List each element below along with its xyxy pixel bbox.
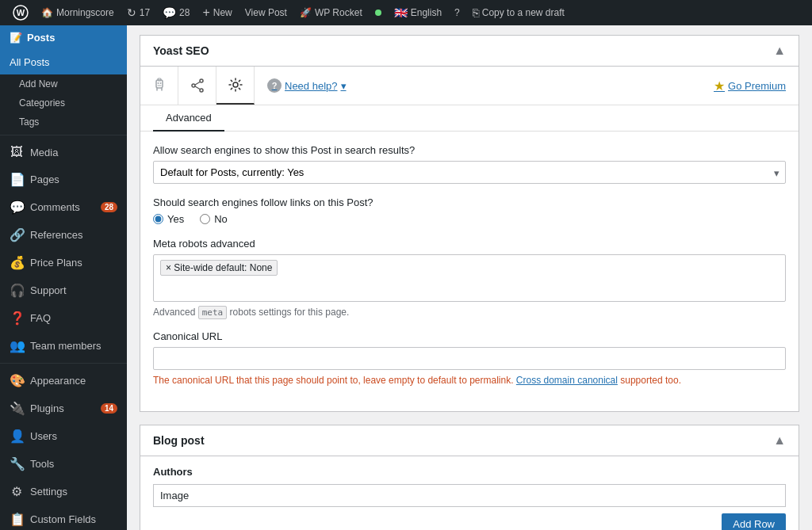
blog-post-title: Blog post [153,434,205,447]
references-icon: 🔗 [10,227,24,242]
site-name[interactable]: 🏠 Morningscore [35,0,121,25]
wp-logo-button[interactable]: W [6,0,35,25]
comments-icon: 💬 [10,200,24,215]
new-button[interactable]: + New [196,0,238,25]
star-icon: ★ [714,78,725,93]
add-row-button[interactable]: Add Row [722,513,786,530]
green-status [369,0,388,25]
chevron-down-icon: ▾ [341,80,347,92]
price-plans-icon: 💰 [10,255,24,270]
sidebar-item-plugins[interactable]: 🔌 Plugins 14 [0,395,127,422]
language-button[interactable]: 🇬🇧 English [388,0,448,25]
yoast-seo-title: Yoast SEO [153,44,209,57]
svg-point-8 [200,89,203,92]
search-visibility-select-wrap: Default for Posts, currently: Yes Yes No… [153,161,786,184]
authors-table: Image [153,484,786,507]
users-icon: 👤 [10,429,24,444]
follow-links-radio-group: Yes No [153,213,786,225]
plus-icon: + [202,6,209,20]
sidebar-item-comments[interactable]: 💬 Comments 28 [0,193,127,221]
tools-icon: 🔧 [10,456,24,471]
comments-badge: 28 [101,202,117,212]
blog-post-collapse-button[interactable]: ▲ [773,433,786,448]
support-icon: 🎧 [10,283,24,298]
plugins-badge: 14 [101,403,117,414]
sidebar-item-media[interactable]: 🖼 Media [0,139,127,166]
site-icon: 🏠 [41,7,53,18]
comments-button[interactable]: 💬 28 [156,0,196,25]
posts-icon: 📝 [10,32,22,44]
meta-robots-field: Meta robots advanced × Site-wide default… [153,238,786,318]
sidebar-item-references[interactable]: 🔗 References [0,221,127,249]
yoast-seo-header: Yoast SEO ▲ [140,36,799,67]
menu-separator-2 [0,363,127,364]
admin-bar: W 🏠 Morningscore ↻ 17 💬 28 + New View Po… [0,0,812,25]
yoast-collapse-button[interactable]: ▲ [773,44,786,58]
sidebar-item-tools[interactable]: 🔧 Tools [0,450,127,478]
rocket-icon: 🚀 [300,7,312,18]
yoast-social-tab-icon[interactable] [178,67,216,105]
yoast-advanced-tab-icon[interactable] [216,67,255,105]
blog-post-panel: Blog post ▲ Authors Image Add Row [140,425,799,530]
meta-robots-help-text: Advanced meta robots settings for this p… [153,307,786,318]
sidebar-item-price-plans[interactable]: 💰 Price Plans [0,249,127,276]
follow-links-no-radio[interactable] [200,214,210,224]
meta-robots-label: Meta robots advanced [153,238,786,250]
table-row: Image [154,485,786,507]
blog-post-header: Blog post ▲ [140,425,799,456]
yoast-seo-tab-icon[interactable] [140,67,178,105]
sidebar-item-tags[interactable]: Tags [0,112,127,132]
question-icon: ? [267,78,282,93]
sidebar-item-custom-fields[interactable]: 📋 Custom Fields [0,505,127,530]
sidebar-item-categories[interactable]: Categories [0,93,127,112]
blog-post-body: Authors Image Add Row [140,456,799,530]
sidebar-item-appearance[interactable]: 🎨 Appearance [0,367,127,395]
svg-point-4 [157,82,159,84]
follow-links-no[interactable]: No [200,213,228,225]
yoast-help-link[interactable]: ? Need help? ▾ [267,78,347,93]
follow-links-yes-radio[interactable] [153,214,163,224]
faq-icon: ❓ [10,311,24,326]
wp-rocket-button[interactable]: 🚀 WP Rocket [293,0,369,25]
svg-point-5 [159,82,161,84]
authors-label: Authors [153,466,786,478]
posts-menu-header[interactable]: 📝 Posts [0,25,127,50]
sidebar-item-team-members[interactable]: 👥 Team members [0,332,127,360]
table-cell-image: Image [154,485,786,507]
copy-draft-button[interactable]: ⎘ Copy to a new draft [466,0,571,25]
svg-point-7 [192,84,195,87]
yoast-seo-body: ? Need help? ▾ ★ Go Premium Advanced [140,67,799,411]
pages-icon: 📄 [10,172,24,187]
sidebar-item-faq[interactable]: ❓ FAQ [0,304,127,332]
meta-robots-tag: × Site-wide default: None [160,260,278,276]
team-icon: 👥 [10,338,24,353]
meta-robots-box[interactable]: × Site-wide default: None [153,254,786,302]
yoast-premium-link[interactable]: ★ Go Premium [714,78,786,93]
yoast-advanced-form: Allow search engines to show this Post i… [140,132,799,411]
sidebar-item-all-posts[interactable]: All Posts [0,50,127,74]
svg-point-9 [233,82,238,87]
search-visibility-select[interactable]: Default for Posts, currently: Yes Yes No [153,161,786,184]
sidebar-item-support[interactable]: 🎧 Support [0,276,127,304]
tab-advanced[interactable]: Advanced [153,105,224,132]
sidebar-item-add-new[interactable]: Add New [0,74,127,93]
yoast-tabs: Advanced [140,105,799,132]
sidebar-item-users[interactable]: 👤 Users [0,422,127,450]
updates-button[interactable]: ↻ 17 [121,0,156,25]
canonical-url-field: Canonical URL The canonical URL that thi… [153,330,786,386]
follow-links-yes[interactable]: Yes [153,213,184,225]
custom-fields-icon: 📋 [10,512,24,527]
menu-separator [0,135,127,135]
canonical-url-input[interactable] [153,347,786,370]
view-post-button[interactable]: View Post [239,0,293,25]
search-visibility-label: Allow search engines to show this Post i… [153,144,786,156]
sidebar-item-pages[interactable]: 📄 Pages [0,166,127,193]
sidebar-item-settings[interactable]: ⚙ Settings [0,478,127,505]
yoast-seo-panel: Yoast SEO ▲ [140,35,799,412]
help-button[interactable]: ? [448,0,466,25]
cross-domain-link[interactable]: Cross domain canonical [516,375,618,386]
admin-sidebar: 📝 Posts All Posts Add New Categories Tag… [0,25,127,530]
canonical-url-label: Canonical URL [153,330,786,342]
search-visibility-field: Allow search engines to show this Post i… [153,144,786,184]
settings-icon: ⚙ [10,484,24,499]
